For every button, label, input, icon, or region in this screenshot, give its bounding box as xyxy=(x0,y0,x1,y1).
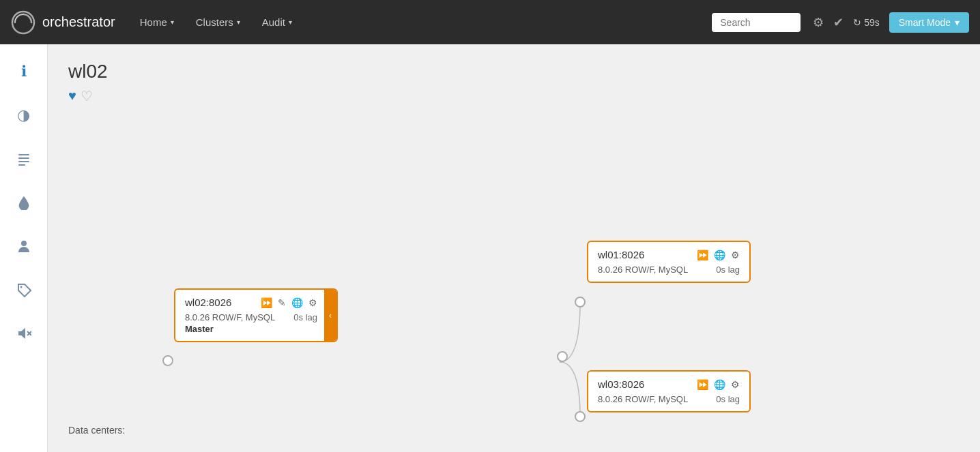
node-replica2-info: 8.0.26 ROW/F, MySQL 0s lag xyxy=(598,394,740,404)
settings-icon[interactable]: ⚙ xyxy=(813,15,824,30)
content: wl02 ♥ ♡ wl xyxy=(48,44,980,452)
sidebar-item-list[interactable] xyxy=(10,145,38,172)
svg-rect-4 xyxy=(18,164,25,166)
page-title: wl02 xyxy=(68,61,960,82)
clusters-dropdown-arrow-icon: ▾ xyxy=(237,18,240,26)
data-centers-label: Data centers: xyxy=(68,425,125,436)
clusters-label: Clusters xyxy=(196,16,233,28)
node-master: wl02:8026 ⏩ ✎ 🌐 ⚙ 8.0.26 ROW/F, MySQL 0s… xyxy=(174,288,338,342)
list-view-icon xyxy=(16,151,31,166)
audit-label: Audit xyxy=(262,16,285,28)
replica1-globe-icon[interactable]: 🌐 xyxy=(714,250,725,260)
audit-dropdown-arrow-icon: ▾ xyxy=(289,18,292,26)
heart-icons: ♥ ♡ xyxy=(68,88,960,104)
conn-dot-master-left xyxy=(162,355,173,366)
brand-logo-icon xyxy=(11,10,35,35)
replica2-fast-forward-icon[interactable]: ⏩ xyxy=(697,379,708,390)
home-label: Home xyxy=(140,16,167,28)
audit-nav[interactable]: Audit ▾ xyxy=(254,12,300,32)
data-centers: Data centers: xyxy=(68,425,960,436)
node-replica2-actions: ⏩ 🌐 ⚙ xyxy=(697,379,740,390)
node-master-collapse-tab[interactable]: ‹ xyxy=(324,290,336,341)
navbar: orchestrator Home ▾ Clusters ▾ Audit ▾ ⚙… xyxy=(0,0,980,44)
globe-icon[interactable]: 🌐 xyxy=(291,297,303,308)
svg-rect-3 xyxy=(18,161,29,162)
node-master-info: 8.0.26 ROW/F, MySQL 0s lag xyxy=(185,312,317,322)
node-replica1-header: wl01:8026 ⏩ 🌐 ⚙ xyxy=(598,249,740,260)
sidebar-item-mute[interactable] xyxy=(10,320,38,347)
sidebar-item-theme[interactable]: ◑ xyxy=(10,102,38,129)
svg-rect-2 xyxy=(18,157,29,159)
conn-dot-replica2 xyxy=(575,411,586,422)
navbar-icons: ⚙ ✔ ↻ 59s Smart Mode ▾ xyxy=(813,12,969,33)
node-replica1-actions: ⏩ 🌐 ⚙ xyxy=(697,250,740,260)
tag-icon xyxy=(16,282,31,297)
node-master-header: wl02:8026 ⏩ ✎ 🌐 ⚙ xyxy=(185,297,317,308)
conn-dot-replica1 xyxy=(575,297,586,307)
node-replica1-lag: 0s lag xyxy=(716,265,740,275)
topology-connections xyxy=(68,125,960,411)
home-nav[interactable]: Home ▾ xyxy=(132,12,182,32)
heart-filled-icon[interactable]: ♥ xyxy=(68,88,76,104)
node-replica1-db-info: 8.0.26 ROW/F, MySQL xyxy=(598,265,688,275)
node-master-main: wl02:8026 ⏩ ✎ 🌐 ⚙ 8.0.26 ROW/F, MySQL 0s… xyxy=(185,297,317,334)
node-master-lag: 0s lag xyxy=(293,312,317,322)
svg-marker-7 xyxy=(18,328,25,339)
search-input[interactable] xyxy=(712,13,801,32)
main-layout: ℹ ◑ xyxy=(0,44,980,452)
smart-mode-label: Smart Mode xyxy=(899,17,951,28)
edit-icon[interactable]: ✎ xyxy=(278,297,286,308)
smart-mode-dropdown-arrow-icon: ▾ xyxy=(955,17,960,28)
node-replica2-name: wl03:8026 xyxy=(598,378,644,390)
heart-empty-icon[interactable]: ♡ xyxy=(81,88,93,104)
svg-point-5 xyxy=(21,241,27,246)
refresh-label: ↻ 59s xyxy=(853,17,879,28)
user-icon xyxy=(16,239,31,254)
brand: orchestrator xyxy=(11,10,115,35)
smart-mode-button[interactable]: Smart Mode ▾ xyxy=(889,12,969,33)
sidebar-item-info[interactable]: ℹ xyxy=(10,58,38,85)
node-replica2: wl03:8026 ⏩ 🌐 ⚙ 8.0.26 ROW/F, MySQL 0s l… xyxy=(587,370,751,412)
clusters-nav[interactable]: Clusters ▾ xyxy=(188,12,248,32)
mute-icon xyxy=(16,326,31,341)
node-master-role: Master xyxy=(185,324,317,334)
node-replica2-header: wl03:8026 ⏩ 🌐 ⚙ xyxy=(598,378,740,390)
replica1-settings-icon[interactable]: ⚙ xyxy=(731,250,740,260)
home-dropdown-arrow-icon: ▾ xyxy=(171,18,174,26)
search-container xyxy=(712,13,801,32)
topology: wl02:8026 ⏩ ✎ 🌐 ⚙ 8.0.26 ROW/F, MySQL 0s… xyxy=(68,125,960,411)
fast-forward-icon[interactable]: ⏩ xyxy=(261,297,272,308)
conn-dot-master-right xyxy=(557,351,568,362)
node-replica1-info: 8.0.26 ROW/F, MySQL 0s lag xyxy=(598,265,740,275)
settings-node-icon[interactable]: ⚙ xyxy=(308,297,317,308)
drop-icon xyxy=(17,195,31,210)
sidebar: ℹ ◑ xyxy=(0,44,48,452)
node-replica2-lag: 0s lag xyxy=(716,394,740,404)
sidebar-item-user[interactable] xyxy=(10,232,38,260)
svg-rect-1 xyxy=(18,154,29,155)
node-master-db-info: 8.0.26 ROW/F, MySQL xyxy=(185,312,275,322)
sidebar-item-drop[interactable] xyxy=(10,189,38,216)
brand-name: orchestrator xyxy=(42,14,115,30)
node-replica1: wl01:8026 ⏩ 🌐 ⚙ 8.0.26 ROW/F, MySQL 0s l… xyxy=(587,241,751,283)
replica2-globe-icon[interactable]: 🌐 xyxy=(714,379,725,390)
replica2-settings-icon[interactable]: ⚙ xyxy=(731,379,740,390)
node-master-actions: ⏩ ✎ 🌐 ⚙ xyxy=(261,297,317,308)
replica1-fast-forward-icon[interactable]: ⏩ xyxy=(697,250,708,260)
node-replica1-name: wl01:8026 xyxy=(598,249,644,260)
node-replica2-db-info: 8.0.26 ROW/F, MySQL xyxy=(598,394,688,404)
svg-point-6 xyxy=(20,286,22,288)
sidebar-item-tag[interactable] xyxy=(10,276,38,303)
node-master-name: wl02:8026 xyxy=(185,297,231,308)
check-circle-icon[interactable]: ✔ xyxy=(833,15,844,30)
